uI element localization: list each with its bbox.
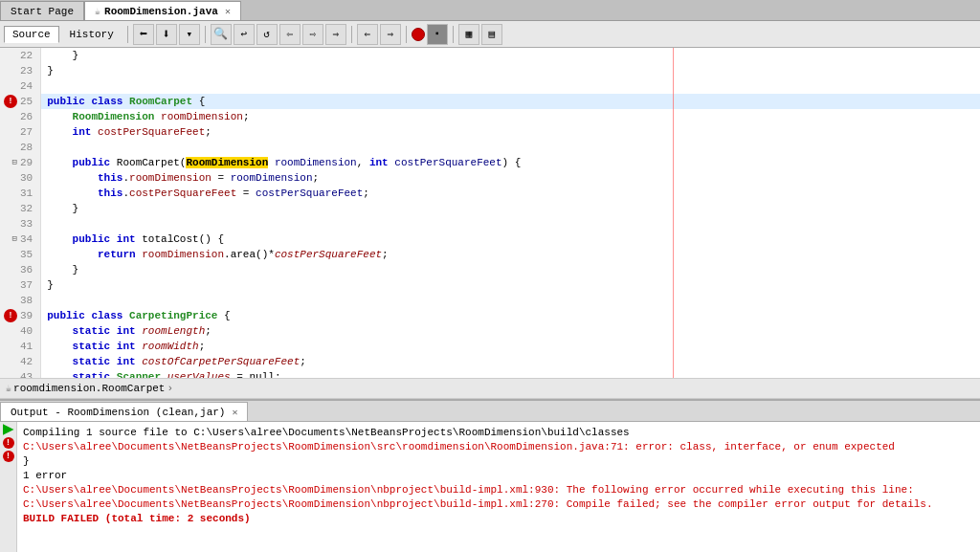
code-line-27: int costPerSquareFeet; (41, 124, 980, 140)
toolbar-btn-3[interactable]: ▾ (179, 24, 200, 45)
toolbar-btn-bar2[interactable]: ▤ (481, 24, 502, 45)
code-line-33 (41, 216, 980, 232)
line-36: 36 (4, 262, 36, 277)
code-line-25: public class RoomCarpet { (41, 94, 980, 109)
code-line-28 (41, 140, 980, 155)
main-toolbar: Source History ⬅ ⬇ ▾ 🔍 ↩ ↺ ⇦ ⇨ ⇒ ⇐ ⇒ ▪ ▦… (0, 21, 980, 48)
output-line-1: Compiling 1 source file to C:\Users\alre… (23, 426, 976, 440)
source-tab-label: Source (12, 29, 51, 40)
line-41: 41 (4, 339, 36, 354)
tab-start-page[interactable]: Start Page (0, 1, 84, 20)
toolbar-btn-8[interactable]: ⇒ (325, 24, 346, 45)
output-line-5[interactable]: C:\Users\alree\Documents\NetBeansProject… (23, 483, 976, 497)
line-30: 30 (4, 170, 36, 186)
toolbar-btn-1[interactable]: ⬅ (133, 24, 154, 45)
output-tab[interactable]: Output - RoomDimension (clean,jar) ✕ (0, 402, 248, 421)
output-panel: Output - RoomDimension (clean,jar) ✕ ! !… (0, 399, 980, 552)
output-line-2[interactable]: C:\Users\alree\Documents\NetBeansProject… (23, 440, 976, 454)
top-tab-bar: Start Page ☕ RoomDimension.java ✕ (0, 0, 980, 21)
code-line-37: } (41, 277, 980, 293)
output-line-6[interactable]: C:\Users\alree\Documents\NetBeansProject… (23, 497, 976, 512)
history-tab-label: History (70, 29, 114, 40)
code-line-23: } (41, 63, 980, 78)
toolbar-btn-6[interactable]: ⇦ (279, 24, 301, 45)
line-27: 27 (4, 124, 36, 140)
output-content: ! ! Compiling 1 source file to C:\Users\… (0, 422, 980, 552)
breadcrumb-text: roomdimension.RoomCarpet (13, 383, 165, 394)
separator-1 (127, 26, 128, 43)
source-tab[interactable]: Source (4, 26, 59, 43)
error-marker-39: ! (4, 309, 17, 322)
breadcrumb-arrow: › (167, 383, 173, 394)
toolbar-btn-red[interactable] (412, 28, 425, 41)
line-31: 31 (4, 186, 36, 201)
line-38: 38 (4, 293, 36, 308)
tab-roomdimension-label: RoomDimension.java (104, 6, 218, 17)
code-line-41: static int roomWidth; (41, 339, 980, 354)
breadcrumb[interactable]: ☕ roomdimension.RoomCarpet › (6, 383, 173, 394)
fold-icon-29[interactable]: ⊟ (12, 155, 17, 170)
toolbar-btn-bar[interactable]: ▦ (458, 24, 479, 45)
code-line-31: this.costPerSquareFeet = costPerSquareFe… (41, 186, 980, 201)
output-line-3: } (23, 454, 976, 469)
code-line-30: this.roomDimension = roomDimension; (41, 170, 980, 186)
line-39: ! 39 (4, 308, 36, 323)
output-left-bar: ! ! (0, 422, 17, 552)
separator-2 (205, 26, 206, 43)
line-42: 42 (4, 354, 36, 369)
toolbar-btn-2[interactable]: ⬇ (156, 24, 177, 45)
line-35: 35 (4, 247, 36, 262)
line-25: ! 25 (4, 94, 36, 109)
output-close-icon[interactable]: ✕ (232, 407, 237, 418)
toolbar-btn-9[interactable]: ⇐ (357, 24, 378, 45)
code-line-38 (41, 293, 980, 308)
line-34: ⊟ 34 (4, 232, 36, 247)
fold-icon-34[interactable]: ⊟ (12, 232, 17, 247)
line-23: 23 (4, 63, 36, 78)
error-marker-25: ! (4, 95, 17, 108)
code-line-35: return roomDimension.area()*costPerSquar… (41, 247, 980, 262)
code-line-22: } (41, 48, 980, 63)
editor-area: 22 23 24 ! 25 26 27 28 ⊟ 29 30 31 32 33 … (0, 48, 980, 378)
toolbar-btn-search[interactable]: 🔍 (211, 24, 232, 45)
line-43: 43 (4, 369, 36, 378)
line-22: 22 (4, 48, 36, 63)
separator-5 (453, 26, 454, 43)
code-line-32: } (41, 201, 980, 216)
code-line-42: static int costOfCarpetPerSquareFeet; (41, 354, 980, 369)
tab-start-page-label: Start Page (11, 6, 74, 17)
code-line-24 (41, 78, 980, 94)
line-37: 37 (4, 277, 36, 293)
breadcrumb-bar: ☕ roomdimension.RoomCarpet › (0, 378, 980, 399)
output-line-7: BUILD FAILED (total time: 2 seconds) (23, 512, 976, 526)
code-line-29: public RoomCarpet(RoomDimension roomDime… (41, 155, 980, 170)
code-line-43: static Scanner userValues = null; (41, 369, 980, 378)
toolbar-btn-square[interactable]: ▪ (427, 24, 448, 45)
line-26: 26 (4, 109, 36, 124)
code-line-40: static int roomLength; (41, 323, 980, 339)
code-line-36: } (41, 262, 980, 277)
output-body: Compiling 1 source file to C:\Users\alre… (19, 424, 980, 528)
tab-roomdimension-java[interactable]: ☕ RoomDimension.java ✕ (84, 1, 241, 20)
tab-close-icon[interactable]: ✕ (225, 6, 231, 17)
run-icon (3, 424, 14, 435)
line-33: 33 (4, 216, 36, 232)
line-29: ⊟ 29 (4, 155, 36, 170)
error-icon-2: ! (3, 451, 14, 462)
code-content[interactable]: } } public class RoomCarpet { RoomDimens… (41, 48, 980, 378)
line-28: 28 (4, 140, 36, 155)
line-numbers-gutter: 22 23 24 ! 25 26 27 28 ⊟ 29 30 31 32 33 … (0, 48, 41, 378)
code-line-39: public class CarpetingPrice { (41, 308, 980, 323)
toolbar-btn-7[interactable]: ⇨ (302, 24, 323, 45)
line-24: 24 (4, 78, 36, 94)
toolbar-btn-4[interactable]: ↩ (234, 24, 255, 45)
output-tab-bar: Output - RoomDimension (clean,jar) ✕ (0, 401, 980, 422)
code-line-34: public int totalCost() { (41, 232, 980, 247)
history-tab[interactable]: History (61, 26, 122, 43)
line-40: 40 (4, 323, 36, 339)
code-line-26: RoomDimension roomDimension; (41, 109, 980, 124)
output-line-4: 1 error (23, 469, 976, 483)
toolbar-btn-5[interactable]: ↺ (256, 24, 278, 45)
editor-container: 22 23 24 ! 25 26 27 28 ⊟ 29 30 31 32 33 … (0, 48, 980, 552)
toolbar-btn-10[interactable]: ⇒ (380, 24, 401, 45)
